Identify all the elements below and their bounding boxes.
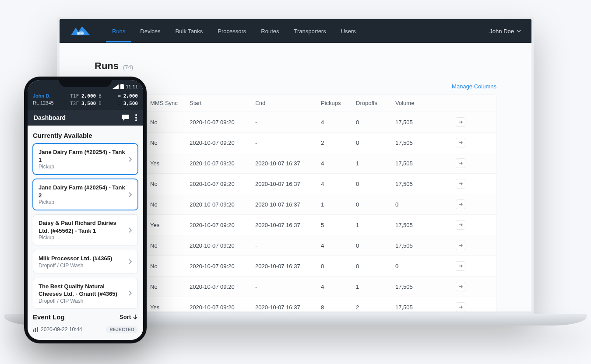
cell-volume: 0 <box>395 201 443 208</box>
phone-route: Rt. 12345 <box>33 100 54 105</box>
cell-volume: 17,505 <box>395 140 443 146</box>
cell-end: - <box>255 119 321 126</box>
table-row[interactable]: In ProgressNo2020-10-07 09:202020-10-07 … <box>95 174 496 194</box>
svg-rect-1 <box>120 84 124 89</box>
col-header[interactable]: MMS Sync <box>150 100 190 106</box>
table-row[interactable]: CompletedYes2020-10-07 09:202020-10-07 1… <box>95 153 496 174</box>
chat-icon[interactable] <box>121 114 129 121</box>
available-item[interactable]: Jane Dairy Farm (#20254) - Tank 2Pickup <box>33 179 138 210</box>
dashboard-bar: Dashboard <box>28 110 143 126</box>
col-header[interactable]: Start <box>190 100 255 106</box>
col-header[interactable]: Volume <box>395 100 443 106</box>
col-header[interactable]: Pickups <box>321 100 356 106</box>
app-logo: milk <box>70 25 91 37</box>
nav-item-users[interactable]: Users <box>335 20 362 42</box>
cell-dropoffs: 1 <box>356 222 395 228</box>
table-row[interactable]: CompletedYes2020-10-07 09:202020-10-07 1… <box>95 297 496 312</box>
cell-volume: 17,505 <box>395 160 443 167</box>
nav-item-devices[interactable]: Devices <box>134 20 166 42</box>
phone-meta: John D. Rt. 12345 T1F2,000BT2F3,500B =2,… <box>28 91 143 110</box>
more-icon[interactable] <box>135 114 137 121</box>
available-item[interactable]: Jane Dairy Farm (#20254) - Tank 1Pickup <box>33 144 138 175</box>
row-open-button[interactable] <box>456 282 465 291</box>
user-menu[interactable]: John Doe <box>489 28 521 35</box>
cell-dropoffs: 1 <box>356 160 395 167</box>
table-row[interactable]: In ProgressNo2020-10-07 09:20-4017,505 <box>95 112 496 133</box>
table-row[interactable]: In ProgressNo2020-10-07 09:20-4017,505 <box>95 235 496 256</box>
row-open-button[interactable] <box>456 117 465 127</box>
cell-pickups: 5 <box>321 222 356 228</box>
cell-volume: 17,505 <box>395 119 443 126</box>
row-open-button[interactable] <box>456 261 465 271</box>
cell-sync: No <box>150 284 190 290</box>
dashboard-title: Dashboard <box>34 114 66 121</box>
phone-notch <box>59 77 112 87</box>
table-row[interactable]: CancelledNo2020-10-07 09:202020-10-07 16… <box>95 256 496 276</box>
row-open-button[interactable] <box>456 179 465 189</box>
available-item[interactable]: Daisy & Paul Richard Dairies Ltd. (#4556… <box>33 214 138 245</box>
cell-end: 2020-10-07 16:37 <box>255 304 321 311</box>
arrow-down-icon <box>133 314 138 319</box>
item-title: The Best Quality Natural Cheeses Ltd. - … <box>39 283 128 298</box>
cell-start: 2020-10-07 09:20 <box>190 304 255 311</box>
item-title: Jane Dairy Farm (#20254) - Tank 1 <box>39 148 128 164</box>
chevron-down-icon <box>517 29 521 33</box>
cell-end: - <box>255 284 321 290</box>
cell-dropoffs: 2 <box>356 304 395 311</box>
nav-item-routes[interactable]: Routes <box>255 20 285 42</box>
chart-icon <box>33 327 38 332</box>
page-count: (74) <box>123 64 133 70</box>
row-open-button[interactable] <box>456 220 465 230</box>
cell-start: 2020-10-07 09:20 <box>190 222 255 228</box>
cell-sync: No <box>150 201 190 208</box>
cell-sync: No <box>150 140 190 146</box>
cell-sync: No <box>150 242 190 249</box>
phone-screen: 11:11 John D. Rt. 12345 T1F2,000BT2F3,50… <box>28 80 143 340</box>
row-open-button[interactable] <box>456 138 465 147</box>
signal-icon <box>113 84 119 89</box>
col-header[interactable]: Dropoffs <box>356 100 395 106</box>
table-row[interactable]: CompletedYes2020-10-07 09:202020-10-07 1… <box>95 215 496 235</box>
svg-point-3 <box>135 114 137 116</box>
svg-point-4 <box>135 117 137 119</box>
manage-columns-link[interactable]: Manage Columns <box>95 83 496 90</box>
tank-reading: T2F3,500B <box>70 101 102 106</box>
tank-total: =2,000 <box>118 93 138 99</box>
cell-start: 2020-10-07 09:20 <box>190 140 255 146</box>
cell-pickups: 4 <box>321 181 356 187</box>
cell-end: 2020-10-07 16:37 <box>255 201 321 208</box>
nav-item-transporters[interactable]: Transporters <box>288 20 332 42</box>
cell-dropoffs: 0 <box>356 140 395 146</box>
available-item[interactable]: Milk Processor Ltd. (#4365)Dropoff / CIP… <box>33 250 138 273</box>
row-open-button[interactable] <box>456 158 465 168</box>
cell-pickups: 4 <box>321 284 356 290</box>
cell-start: 2020-10-07 09:20 <box>190 263 255 270</box>
table-row[interactable]: ParkedNo2020-10-07 09:20-2017,505 <box>95 133 496 153</box>
cell-volume: 17,505 <box>395 181 443 187</box>
phone-content: Currently Available Jane Dairy Farm (#20… <box>28 126 143 340</box>
nav-item-bulk-tanks[interactable]: Bulk Tanks <box>169 20 209 42</box>
row-open-button[interactable] <box>456 200 465 209</box>
cell-start: 2020-10-07 09:20 <box>190 201 255 208</box>
table-row[interactable]: ParkedNo2020-10-07 09:20-4117,505 <box>95 276 496 297</box>
cell-start: 2020-10-07 09:20 <box>190 242 255 249</box>
sort-button[interactable]: Sort <box>120 314 138 320</box>
cell-end: 2020-10-07 16:37 <box>255 222 321 228</box>
cell-sync: No <box>150 181 190 187</box>
available-item[interactable]: The Best Quality Natural Cheeses Ltd. - … <box>33 278 138 309</box>
row-open-button[interactable] <box>456 241 465 250</box>
table-row[interactable]: RejectedNo2020-10-07 09:202020-10-07 16:… <box>95 194 496 215</box>
chevron-right-icon <box>128 227 132 233</box>
row-open-button[interactable] <box>456 302 465 312</box>
cell-start: 2020-10-07 09:20 <box>190 119 255 126</box>
col-header[interactable]: End <box>255 100 321 106</box>
nav-item-runs[interactable]: Runs <box>106 20 131 42</box>
nav-item-processors[interactable]: Processors <box>211 20 252 42</box>
event-log-row[interactable]: 2020-09-22 10:44 REJECTED <box>33 324 138 335</box>
event-time: 2020-09-22 10:44 <box>41 326 82 332</box>
cell-sync: Yes <box>150 160 190 167</box>
svg-rect-8 <box>37 327 38 332</box>
cell-pickups: 2 <box>321 140 356 146</box>
cell-end: - <box>255 140 321 146</box>
phone-frame: 11:11 John D. Rt. 12345 T1F2,000BT2F3,50… <box>24 77 147 343</box>
